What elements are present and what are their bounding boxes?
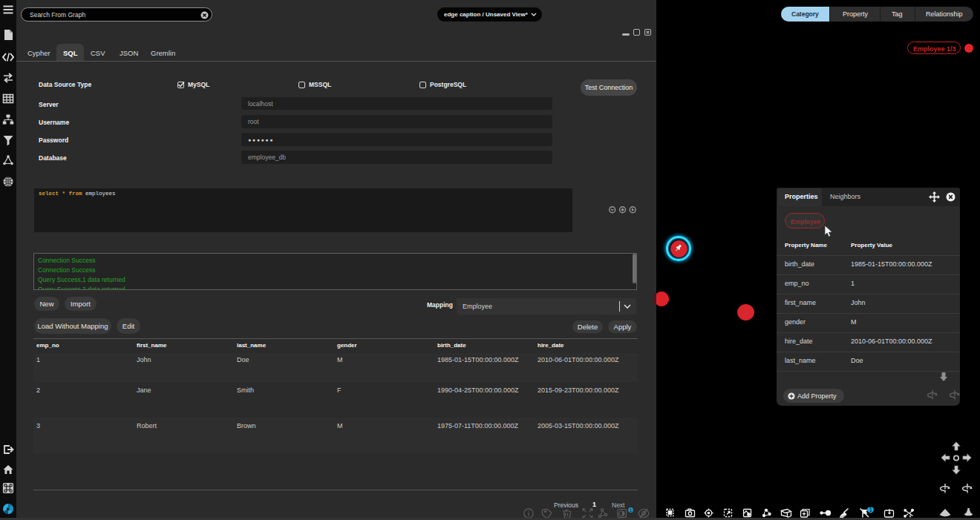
svg-text:1: 1 xyxy=(630,508,632,513)
svg-text:1: 1 xyxy=(869,507,872,513)
